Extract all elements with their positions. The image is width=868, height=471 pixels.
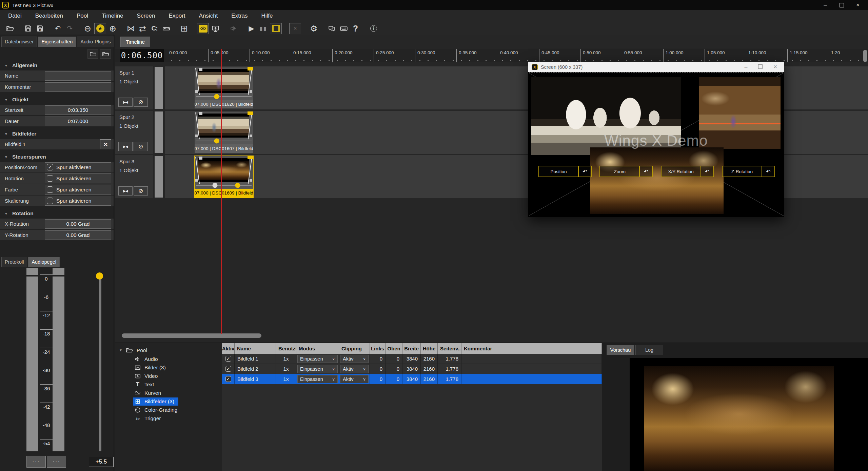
modus-dropdown[interactable]: Einpassen∨ bbox=[297, 355, 338, 363]
screen-close-button[interactable]: × bbox=[773, 63, 777, 70]
pool-item-bilder[interactable]: Bilder (3) bbox=[115, 363, 222, 372]
clipping-dropdown[interactable]: Aktiv∨ bbox=[340, 355, 369, 363]
track-disable-icon[interactable]: ⊘ bbox=[134, 186, 148, 196]
preview-eye-icon[interactable] bbox=[197, 23, 209, 34]
spur-checkbox[interactable]: ✓ bbox=[47, 198, 53, 204]
row-active-checkbox[interactable]: ✓ bbox=[225, 376, 231, 382]
column-header[interactable]: Name bbox=[235, 343, 276, 354]
clip-handle-top-left[interactable] bbox=[199, 68, 202, 71]
help-icon[interactable]: ? bbox=[350, 23, 361, 34]
preview-tab[interactable]: Log bbox=[635, 345, 663, 355]
track-collapse-icon[interactable]: ▶◀ bbox=[118, 186, 133, 196]
menu-item[interactable]: Pool bbox=[77, 13, 88, 19]
spur-checkbox[interactable]: ✓ bbox=[47, 175, 53, 182]
info-icon[interactable]: i bbox=[368, 23, 379, 34]
spur-aktivieren-control[interactable]: ✓ Spur aktivieren bbox=[45, 196, 111, 206]
track-disable-icon[interactable]: ⊘ bbox=[134, 142, 148, 151]
reset-curl-icon[interactable]: ↶ bbox=[762, 166, 774, 177]
spur-aktivieren-control[interactable]: ✓ Spur aktivieren bbox=[45, 173, 111, 183]
spur-aktivieren-control[interactable]: ✓ Spur aktivieren bbox=[45, 185, 111, 194]
grid-view-icon[interactable]: ⊞ bbox=[179, 23, 190, 34]
menu-item[interactable]: Hilfe bbox=[261, 13, 273, 19]
settings-gear-icon[interactable]: ⚙ bbox=[309, 23, 319, 34]
zoom-preset-icon[interactable]: ★ bbox=[94, 23, 106, 34]
row-active-checkbox[interactable]: ✓ bbox=[225, 356, 231, 362]
timeline-horizontal-scrollbar[interactable] bbox=[122, 333, 261, 338]
section-objekt[interactable]: ▼Objekt bbox=[0, 93, 114, 105]
clip-handle-top-right[interactable] bbox=[248, 156, 253, 159]
clip-handle-bottom-left[interactable] bbox=[195, 90, 198, 93]
pool-item-audio[interactable]: Audio bbox=[115, 355, 222, 363]
save-icon[interactable] bbox=[23, 23, 33, 34]
menu-item[interactable]: Datei bbox=[8, 13, 22, 19]
screen-control-button[interactable]: Z-Rotation ↶ bbox=[722, 166, 775, 177]
track-header[interactable]: Spur 1 1 Objekt ▶◀ ⊘ bbox=[115, 66, 153, 109]
clip-handle-top-left[interactable] bbox=[199, 112, 202, 115]
clip-handle-top-right[interactable] bbox=[248, 67, 253, 70]
track-header[interactable]: Spur 3 1 Objekt ▶◀ ⊘ bbox=[115, 155, 153, 198]
minimize-button[interactable]: – bbox=[817, 0, 833, 10]
screen-image-ballroom[interactable] bbox=[590, 147, 724, 214]
section-rotation[interactable]: ▼Rotation bbox=[0, 207, 114, 219]
row-active-checkbox[interactable]: ✓ bbox=[225, 366, 231, 372]
clip-handle-bottom-left[interactable] bbox=[195, 135, 198, 137]
clipping-dropdown[interactable]: Aktiv∨ bbox=[340, 365, 369, 373]
section-allgemein[interactable]: ▼Allgemein bbox=[0, 59, 114, 70]
value-input[interactable]: 0.00 Grad bbox=[45, 219, 111, 229]
zoom-out-icon[interactable]: ⊖ bbox=[82, 23, 93, 34]
clip-handle-bottom-right[interactable] bbox=[250, 90, 252, 93]
menu-item[interactable]: Bearbeiten bbox=[35, 13, 63, 19]
track-collapse-icon[interactable]: ▶◀ bbox=[118, 142, 133, 151]
screen-control-button[interactable]: Zoom ↶ bbox=[599, 166, 653, 177]
gain-slider-knob[interactable] bbox=[96, 272, 103, 280]
stop-icon[interactable] bbox=[270, 23, 282, 34]
playhead[interactable] bbox=[221, 49, 222, 334]
table-row[interactable]: ✓ Bildfeld 2 1x Einpassen∨ Aktiv∨ 0 0 38… bbox=[222, 364, 602, 374]
clip-handle-top-left[interactable] bbox=[199, 157, 202, 160]
redo-icon[interactable]: ↷ bbox=[64, 23, 75, 34]
screen-control-button[interactable]: X/Y-Rotation ↶ bbox=[661, 166, 714, 177]
text-input[interactable] bbox=[45, 71, 111, 81]
column-header[interactable]: Höhe bbox=[421, 343, 438, 354]
preview-tab[interactable]: Vorschau bbox=[607, 345, 634, 355]
modus-dropdown[interactable]: Einpassen∨ bbox=[297, 365, 338, 373]
clip-handle-top-right[interactable] bbox=[248, 111, 253, 115]
track-level-strip[interactable] bbox=[155, 67, 163, 109]
meter-options-button-left[interactable]: ··· bbox=[26, 456, 46, 468]
maximize-button[interactable] bbox=[833, 0, 850, 10]
undo-icon[interactable]: ↶ bbox=[53, 23, 63, 34]
chat-icon[interactable] bbox=[327, 23, 337, 34]
pool-item-kurven[interactable]: Kurven bbox=[115, 389, 222, 397]
section-bildfelder[interactable]: ▼Bildfelder bbox=[0, 127, 114, 139]
panel-tab[interactable]: Dateibrowser bbox=[1, 37, 37, 47]
menu-item[interactable]: Extras bbox=[231, 13, 248, 19]
text-input[interactable] bbox=[45, 82, 111, 92]
folder-open-icon[interactable] bbox=[100, 49, 111, 59]
column-header[interactable]: Benutzt bbox=[276, 343, 296, 354]
keyframe-dot[interactable] bbox=[235, 183, 240, 188]
keyframe-strip[interactable] bbox=[195, 93, 253, 100]
pool-item-bildfelder[interactable]: ⊞Bildfelder (3) bbox=[115, 397, 222, 406]
trim-mode-icon[interactable]: ⋈ bbox=[125, 23, 136, 34]
screen-control-button[interactable]: Position ↶ bbox=[538, 166, 592, 177]
keyframe-strip[interactable] bbox=[195, 182, 253, 189]
screen-maximize-button[interactable] bbox=[758, 64, 763, 70]
section-steuerspuren[interactable]: ▼Steuerspuren bbox=[0, 150, 114, 162]
clip-handle-bottom-left[interactable] bbox=[195, 179, 198, 182]
reset-curl-icon[interactable]: ↶ bbox=[639, 166, 652, 177]
menu-item[interactable]: Export bbox=[169, 13, 185, 19]
reset-curl-icon[interactable]: ↶ bbox=[701, 166, 713, 177]
clipping-dropdown[interactable]: Aktiv∨ bbox=[340, 375, 369, 383]
column-header[interactable]: Kommentar bbox=[461, 343, 602, 354]
spur-checkbox[interactable]: ✓ bbox=[47, 186, 53, 193]
current-time-display[interactable]: 0:06.500 bbox=[120, 49, 164, 62]
gain-slider-track[interactable] bbox=[99, 276, 101, 451]
screen-minimize-button[interactable]: – bbox=[745, 64, 748, 70]
column-header[interactable]: Seitenv... bbox=[438, 343, 461, 354]
open-project-icon[interactable] bbox=[5, 23, 15, 34]
table-row[interactable]: ✓ Bildfeld 1 1x Einpassen∨ Aktiv∨ 0 0 38… bbox=[222, 354, 602, 364]
timeline-clip[interactable]: 0:07.000 | DSC01607 | Bildfeld 2 bbox=[195, 112, 253, 153]
play-icon[interactable]: ▶ bbox=[246, 23, 257, 34]
panel-tab[interactable]: Audio-Plugins bbox=[77, 37, 114, 47]
audio-tab[interactable]: Protokoll bbox=[1, 257, 27, 267]
